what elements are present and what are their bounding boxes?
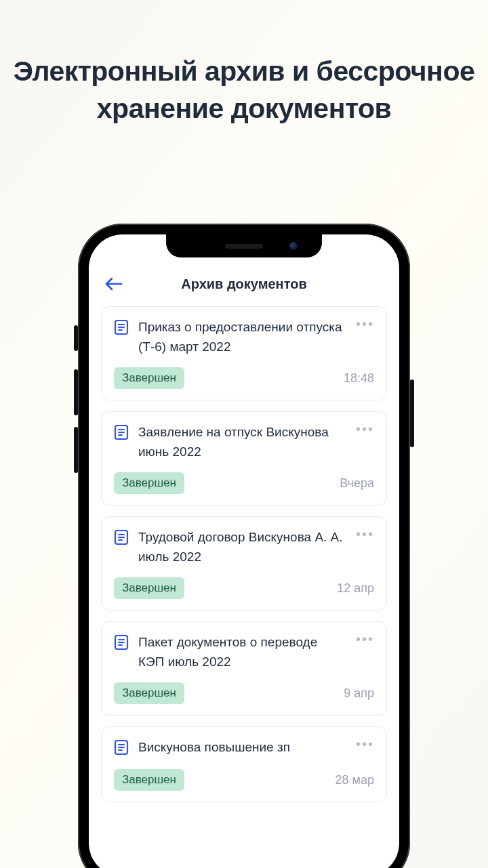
status-badge: Завершен [114,367,184,389]
document-title: Заявление на отпуск Вискунова июнь 2022 [138,423,346,461]
document-icon [114,634,129,653]
document-icon [114,319,129,338]
notch [166,234,322,257]
timestamp: 12 апр [337,581,374,596]
camera-icon [289,242,298,250]
volume-down-button [74,427,78,473]
phone-mockup: Архив документов Приказ о предоставлении… [78,224,410,868]
app-header: Архив документов [89,267,399,306]
document-card[interactable]: Трудовой договор Вискунова А. А. июль 20… [101,516,387,611]
document-card[interactable]: Заявление на отпуск Вискунова июнь 2022 … [101,411,387,505]
more-button[interactable]: ••• [356,528,374,537]
timestamp: 28 мар [336,773,374,787]
headline: Электронный архив и бессрочное хранение … [0,0,488,128]
document-icon [114,529,129,548]
document-title: Трудовой договор Вискунова А. А. июль 20… [138,528,346,566]
page-title: Архив документов [89,276,399,292]
document-title: Вискунова повышение зп [138,738,346,758]
document-list: Приказ о предоставлении отпуска (Т-6) ма… [89,306,399,802]
status-badge: Завершен [114,682,184,704]
more-button[interactable]: ••• [356,423,374,432]
status-badge: Завершен [114,769,184,791]
document-icon [114,424,129,443]
volume-up-button [74,369,78,415]
status-badge: Завершен [114,577,184,599]
timestamp: 18:48 [344,371,374,386]
more-button[interactable]: ••• [356,633,374,642]
arrow-left-icon [105,277,123,291]
speaker-icon [225,244,263,249]
mute-switch [74,325,78,351]
document-card[interactable]: Пакет документов о переводе КЭП июль 202… [101,621,387,716]
status-badge: Завершен [114,472,184,494]
timestamp: 9 апр [344,686,374,701]
more-button[interactable]: ••• [356,318,374,327]
document-icon [114,739,129,758]
back-button[interactable] [104,274,124,294]
document-title: Пакет документов о переводе КЭП июль 202… [138,633,346,671]
document-card[interactable]: Вискунова повышение зп ••• Завершен 28 м… [101,726,387,802]
document-title: Приказ о предоставлении отпуска (Т-6) ма… [138,318,346,356]
power-button [410,379,414,447]
timestamp: Вчера [340,476,374,491]
document-card[interactable]: Приказ о предоставлении отпуска (Т-6) ма… [101,306,387,400]
more-button[interactable]: ••• [356,738,374,747]
